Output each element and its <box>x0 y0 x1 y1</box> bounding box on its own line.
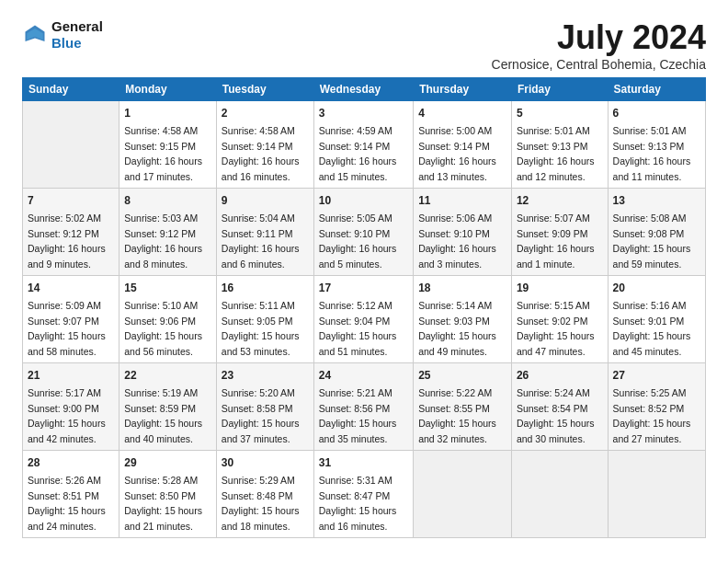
day-info: Sunrise: 5:06 AMSunset: 9:10 PMDaylight:… <box>418 213 496 270</box>
day-info: Sunrise: 5:20 AMSunset: 8:58 PMDaylight:… <box>222 387 300 444</box>
day-number: 30 <box>222 454 309 471</box>
day-number: 10 <box>319 192 408 209</box>
logo-line1: General <box>51 18 103 35</box>
calendar-cell: 20 Sunrise: 5:16 AMSunset: 9:01 PMDaylig… <box>608 276 705 363</box>
day-number: 17 <box>319 280 408 296</box>
calendar-cell: 26 Sunrise: 5:24 AMSunset: 8:54 PMDaylig… <box>511 363 608 451</box>
logo: General Blue <box>22 18 103 52</box>
day-number: 8 <box>124 192 211 209</box>
day-number: 2 <box>222 105 309 121</box>
month-title: July 2024 <box>492 18 706 57</box>
day-info: Sunrise: 5:02 AMSunset: 9:12 PMDaylight:… <box>28 213 106 270</box>
calendar-cell: 21 Sunrise: 5:17 AMSunset: 9:00 PMDaylig… <box>23 363 119 451</box>
calendar-cell: 19 Sunrise: 5:15 AMSunset: 9:02 PMDaylig… <box>511 276 608 363</box>
calendar-cell: 8 Sunrise: 5:03 AMSunset: 9:12 PMDayligh… <box>119 189 217 276</box>
calendar-cell: 6 Sunrise: 5:01 AMSunset: 9:13 PMDayligh… <box>608 101 705 189</box>
day-info: Sunrise: 5:05 AMSunset: 9:10 PMDaylight:… <box>319 213 397 270</box>
day-info: Sunrise: 5:08 AMSunset: 9:08 PMDaylight:… <box>613 213 691 270</box>
calendar-cell: 12 Sunrise: 5:07 AMSunset: 9:09 PMDaylig… <box>511 189 608 276</box>
col-header-wednesday: Wednesday <box>313 78 413 101</box>
day-number: 31 <box>319 454 408 471</box>
day-info: Sunrise: 5:11 AMSunset: 9:05 PMDaylight:… <box>222 300 300 357</box>
calendar-cell: 5 Sunrise: 5:01 AMSunset: 9:13 PMDayligh… <box>511 101 608 189</box>
day-number: 5 <box>517 105 603 121</box>
calendar-cell <box>511 451 608 538</box>
calendar-cell: 24 Sunrise: 5:21 AMSunset: 8:56 PMDaylig… <box>313 363 413 451</box>
calendar-cell: 25 Sunrise: 5:22 AMSunset: 8:55 PMDaylig… <box>414 363 512 451</box>
calendar-cell: 11 Sunrise: 5:06 AMSunset: 9:10 PMDaylig… <box>414 189 512 276</box>
day-info: Sunrise: 5:16 AMSunset: 9:01 PMDaylight:… <box>613 300 691 357</box>
calendar-cell: 13 Sunrise: 5:08 AMSunset: 9:08 PMDaylig… <box>608 189 705 276</box>
day-info: Sunrise: 5:10 AMSunset: 9:06 PMDaylight:… <box>124 300 202 357</box>
calendar-cell: 18 Sunrise: 5:14 AMSunset: 9:03 PMDaylig… <box>414 276 512 363</box>
day-info: Sunrise: 5:07 AMSunset: 9:09 PMDaylight:… <box>517 213 595 270</box>
day-number: 11 <box>418 192 506 209</box>
day-info: Sunrise: 4:58 AMSunset: 9:15 PMDaylight:… <box>124 125 202 182</box>
calendar-cell: 7 Sunrise: 5:02 AMSunset: 9:12 PMDayligh… <box>23 189 119 276</box>
day-number: 1 <box>124 105 211 121</box>
day-info: Sunrise: 5:31 AMSunset: 8:47 PMDaylight:… <box>319 475 397 532</box>
day-info: Sunrise: 4:59 AMSunset: 9:14 PMDaylight:… <box>319 125 397 182</box>
calendar-cell: 14 Sunrise: 5:09 AMSunset: 9:07 PMDaylig… <box>23 276 119 363</box>
day-info: Sunrise: 5:01 AMSunset: 9:13 PMDaylight:… <box>517 125 595 182</box>
day-number: 13 <box>613 192 700 209</box>
day-info: Sunrise: 5:21 AMSunset: 8:56 PMDaylight:… <box>319 387 397 444</box>
day-number: 7 <box>28 192 114 209</box>
day-info: Sunrise: 5:22 AMSunset: 8:55 PMDaylight:… <box>418 387 496 444</box>
day-info: Sunrise: 4:58 AMSunset: 9:14 PMDaylight:… <box>222 125 300 182</box>
day-number: 20 <box>613 280 700 296</box>
day-info: Sunrise: 5:03 AMSunset: 9:12 PMDaylight:… <box>124 213 202 270</box>
day-number: 6 <box>613 105 700 121</box>
day-number: 28 <box>28 454 114 471</box>
calendar-cell: 10 Sunrise: 5:05 AMSunset: 9:10 PMDaylig… <box>313 189 413 276</box>
day-info: Sunrise: 5:17 AMSunset: 9:00 PMDaylight:… <box>28 387 106 444</box>
day-number: 24 <box>319 367 408 384</box>
day-number: 12 <box>517 192 603 209</box>
day-number: 26 <box>517 367 603 384</box>
day-number: 3 <box>319 105 408 121</box>
day-number: 15 <box>124 280 211 296</box>
day-info: Sunrise: 5:29 AMSunset: 8:48 PMDaylight:… <box>222 475 300 532</box>
day-info: Sunrise: 5:15 AMSunset: 9:02 PMDaylight:… <box>517 300 595 357</box>
day-number: 25 <box>418 367 506 384</box>
logo-line2: Blue <box>51 35 103 52</box>
day-number: 16 <box>222 280 309 296</box>
col-header-tuesday: Tuesday <box>216 78 313 101</box>
day-number: 19 <box>517 280 603 296</box>
calendar-cell <box>608 451 705 538</box>
day-info: Sunrise: 5:00 AMSunset: 9:14 PMDaylight:… <box>418 125 496 182</box>
day-number: 23 <box>222 367 309 384</box>
calendar-cell: 3 Sunrise: 4:59 AMSunset: 9:14 PMDayligh… <box>313 101 413 189</box>
day-info: Sunrise: 5:04 AMSunset: 9:11 PMDaylight:… <box>222 213 300 270</box>
col-header-monday: Monday <box>119 78 217 101</box>
day-info: Sunrise: 5:12 AMSunset: 9:04 PMDaylight:… <box>319 300 397 357</box>
day-number: 29 <box>124 454 211 471</box>
day-info: Sunrise: 5:28 AMSunset: 8:50 PMDaylight:… <box>124 475 202 532</box>
calendar-cell: 30 Sunrise: 5:29 AMSunset: 8:48 PMDaylig… <box>216 451 313 538</box>
calendar-cell: 28 Sunrise: 5:26 AMSunset: 8:51 PMDaylig… <box>23 451 119 538</box>
calendar-cell: 16 Sunrise: 5:11 AMSunset: 9:05 PMDaylig… <box>216 276 313 363</box>
day-info: Sunrise: 5:25 AMSunset: 8:52 PMDaylight:… <box>613 387 691 444</box>
calendar-cell: 31 Sunrise: 5:31 AMSunset: 8:47 PMDaylig… <box>313 451 413 538</box>
day-number: 18 <box>418 280 506 296</box>
title-section: July 2024 Cernosice, Central Bohemia, Cz… <box>492 18 706 72</box>
day-number: 14 <box>28 280 114 296</box>
day-info: Sunrise: 5:01 AMSunset: 9:13 PMDaylight:… <box>613 125 691 182</box>
day-info: Sunrise: 5:09 AMSunset: 9:07 PMDaylight:… <box>28 300 106 357</box>
calendar-cell: 27 Sunrise: 5:25 AMSunset: 8:52 PMDaylig… <box>608 363 705 451</box>
day-info: Sunrise: 5:26 AMSunset: 8:51 PMDaylight:… <box>28 475 106 532</box>
calendar-cell: 17 Sunrise: 5:12 AMSunset: 9:04 PMDaylig… <box>313 276 413 363</box>
calendar-cell: 1 Sunrise: 4:58 AMSunset: 9:15 PMDayligh… <box>119 101 217 189</box>
page-header: General Blue July 2024 Cernosice, Centra… <box>22 18 706 72</box>
calendar-cell: 9 Sunrise: 5:04 AMSunset: 9:11 PMDayligh… <box>216 189 313 276</box>
day-number: 4 <box>418 105 506 121</box>
col-header-saturday: Saturday <box>608 78 705 101</box>
logo-icon <box>22 22 48 48</box>
col-header-friday: Friday <box>511 78 608 101</box>
calendar-cell: 2 Sunrise: 4:58 AMSunset: 9:14 PMDayligh… <box>216 101 313 189</box>
calendar-table: SundayMondayTuesdayWednesdayThursdayFrid… <box>22 77 706 538</box>
calendar-cell: 15 Sunrise: 5:10 AMSunset: 9:06 PMDaylig… <box>119 276 217 363</box>
day-info: Sunrise: 5:24 AMSunset: 8:54 PMDaylight:… <box>517 387 595 444</box>
calendar-cell <box>23 101 119 189</box>
col-header-thursday: Thursday <box>414 78 512 101</box>
